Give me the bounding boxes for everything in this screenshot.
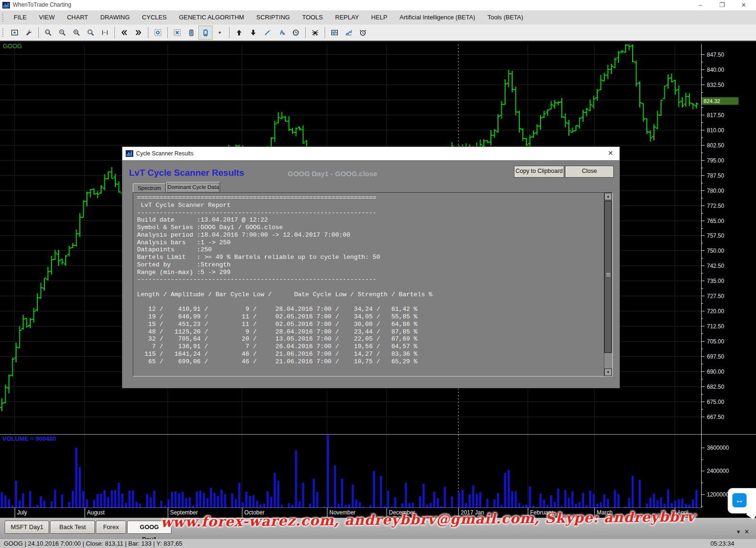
app-window: WhenToTrade Charting – ❐ ✕ FILEVIEWCHART… bbox=[0, 0, 756, 548]
toolbar-separator bbox=[229, 27, 230, 38]
menu-replay[interactable]: REPLAY bbox=[329, 10, 365, 25]
toolbar-separator bbox=[38, 27, 39, 38]
wrench-icon[interactable] bbox=[22, 26, 35, 39]
symbol-label: GOOG bbox=[3, 43, 22, 50]
svg-text:A: A bbox=[283, 32, 285, 36]
price-tick-label: 742.50 bbox=[707, 263, 724, 269]
toolbar-separator bbox=[167, 27, 168, 38]
bar-spacing-icon[interactable] bbox=[98, 26, 112, 39]
minimize-button[interactable]: – bbox=[692, 0, 708, 10]
price-tick-label: 682.50 bbox=[707, 384, 724, 390]
zoom-original-icon[interactable]: 1:1 bbox=[42, 26, 55, 39]
report-scrollbar[interactable]: ▲ ▼ bbox=[604, 193, 612, 376]
status-clock-text: 05:23:34 bbox=[710, 540, 734, 547]
price-tick-label: 795.00 bbox=[707, 157, 724, 164]
price-tick-label: 765.00 bbox=[707, 218, 724, 224]
toolbar: 1:1AA bbox=[0, 25, 756, 42]
volume-tick-label: 1200000 bbox=[707, 491, 729, 498]
status-quote-text: GOOG | 24.10.2016 7:00:00 | Close: 813,1… bbox=[4, 540, 182, 547]
selection-clear-icon[interactable] bbox=[171, 26, 184, 39]
dialog-title-bar[interactable]: Cycle Scanner Results ✕ bbox=[122, 147, 619, 160]
pen-icon[interactable] bbox=[261, 26, 274, 39]
menu-cycles[interactable]: CYCLES bbox=[136, 10, 173, 25]
menu-bar: FILEVIEWCHARTDRAWINGCYCLESGENETIC ALGORI… bbox=[0, 10, 756, 25]
dialog-title: Cycle Scanner Results bbox=[136, 150, 193, 157]
price-tick-label: 712.50 bbox=[707, 323, 724, 330]
remote-control-popup[interactable]: ↔ bbox=[728, 488, 756, 514]
menu-view[interactable]: VIEW bbox=[33, 10, 60, 25]
plus-icon[interactable] bbox=[213, 26, 226, 39]
menu-file[interactable]: FILE bbox=[8, 10, 33, 25]
menu-genetic-algorithm[interactable]: GENETIC ALGORITHM bbox=[173, 10, 250, 25]
scroll-down-icon[interactable]: ▼ bbox=[604, 368, 612, 376]
toolbar-separator bbox=[148, 27, 148, 38]
price-tick-label: 840.00 bbox=[707, 67, 724, 73]
report-text-area[interactable]: ========================================… bbox=[133, 192, 613, 377]
price-tick-label: 727.50 bbox=[707, 293, 724, 300]
dialog-subtitle: GOOG Day1 - GOOG.close bbox=[288, 170, 377, 178]
price-tick-label: 817.50 bbox=[707, 112, 724, 119]
chart-tab-back-test[interactable]: Back Test bbox=[50, 521, 94, 534]
dialog-close-icon[interactable]: ✕ bbox=[606, 149, 615, 157]
zoom-in-icon[interactable] bbox=[70, 26, 83, 39]
price-tick-label: 675.00 bbox=[707, 399, 724, 405]
price-tick-label: 772.50 bbox=[707, 203, 724, 209]
menu-scripting[interactable]: SCRIPTING bbox=[250, 10, 296, 25]
tab-spectrum-plot[interactable]: Spectrum Plot bbox=[133, 183, 166, 193]
svg-text:1:1: 1:1 bbox=[46, 31, 50, 34]
arrow-up-icon[interactable] bbox=[232, 26, 246, 39]
status-bar: GOOG | 24.10.2016 7:00:00 | Close: 813,1… bbox=[0, 539, 756, 548]
close-button[interactable]: ✕ bbox=[736, 0, 752, 10]
menu-artificial-intelligence-beta-[interactable]: Artificial Intelligence (BETA) bbox=[394, 10, 481, 25]
price-tick-label: 667.50 bbox=[707, 414, 724, 420]
scroll-up-icon[interactable]: ▲ bbox=[604, 193, 612, 200]
title-bar: WhenToTrade Charting – ❐ ✕ bbox=[0, 0, 756, 10]
trend-chart-icon[interactable] bbox=[342, 26, 355, 39]
price-tick-label: 832.50 bbox=[707, 82, 724, 88]
menu-items: FILEVIEWCHARTDRAWINGCYCLESGENETIC ALGORI… bbox=[8, 10, 529, 25]
month-label: August bbox=[87, 509, 104, 516]
zoom-out-icon[interactable] bbox=[56, 26, 69, 39]
search-icon[interactable] bbox=[84, 26, 97, 39]
menu-drag-handle-icon[interactable] bbox=[2, 13, 4, 22]
restore-button[interactable]: ❐ bbox=[714, 0, 730, 10]
app-logo-icon bbox=[2, 1, 10, 9]
scroll-right-icon[interactable] bbox=[132, 26, 145, 39]
battery-full-icon[interactable] bbox=[185, 26, 198, 39]
selection-refresh-icon[interactable] bbox=[151, 26, 164, 39]
window-title: WhenToTrade Charting bbox=[13, 1, 71, 8]
price-tick-label: 705.00 bbox=[707, 338, 724, 345]
chart-tab-forex[interactable]: Forex bbox=[96, 521, 126, 534]
spider-icon[interactable] bbox=[309, 26, 322, 39]
scroll-left-icon[interactable] bbox=[118, 26, 131, 39]
menu-chart[interactable]: CHART bbox=[61, 10, 94, 25]
alarm-clock-icon[interactable] bbox=[356, 26, 369, 39]
month-tick bbox=[15, 508, 15, 518]
toolbar-drag-handle-icon[interactable] bbox=[2, 28, 4, 37]
dialog-logo-icon bbox=[126, 150, 133, 157]
toolbar-separator bbox=[305, 27, 306, 38]
menu-drawing[interactable]: DRAWING bbox=[94, 10, 136, 25]
remote-control-icon: ↔ bbox=[732, 493, 747, 507]
dialog-heading: LvT Cycle Scanner Results bbox=[129, 168, 244, 178]
wave-panel-icon[interactable] bbox=[328, 26, 341, 39]
menu-tools[interactable]: TOOLS bbox=[296, 10, 329, 25]
history-icon[interactable] bbox=[289, 26, 302, 39]
cycle-scanner-dialog: Cycle Scanner Results ✕ LvT Cycle Scanne… bbox=[122, 146, 620, 388]
chart-panel-icon[interactable] bbox=[8, 26, 21, 39]
menu-tools-beta-[interactable]: Tools (BETA) bbox=[481, 10, 530, 25]
tab-overflow-close-icon[interactable]: ✕ bbox=[744, 528, 749, 535]
tab-overflow-down-icon[interactable]: ▾ bbox=[737, 528, 740, 535]
battery-empty-icon[interactable] bbox=[199, 26, 212, 39]
scrollbar-thumb[interactable] bbox=[604, 201, 612, 353]
chart-tab-msft-day1[interactable]: MSFT Day1 bbox=[5, 521, 49, 534]
price-tick-label: 720.00 bbox=[707, 308, 724, 315]
menu-help[interactable]: HELP bbox=[365, 10, 394, 25]
font-icon[interactable]: AA bbox=[275, 26, 288, 39]
copy-to-clipboard-button[interactable]: Copy to Clipboard bbox=[514, 166, 564, 178]
tab-dominant-cycle-data[interactable]: Dominant Cycle Data bbox=[166, 182, 220, 193]
volume-value-label: VOLUME = 900480 bbox=[2, 435, 56, 442]
price-tick-label: 847.50 bbox=[707, 51, 724, 58]
arrow-down-icon[interactable] bbox=[247, 26, 260, 39]
dialog-close-button[interactable]: Close bbox=[565, 166, 614, 178]
